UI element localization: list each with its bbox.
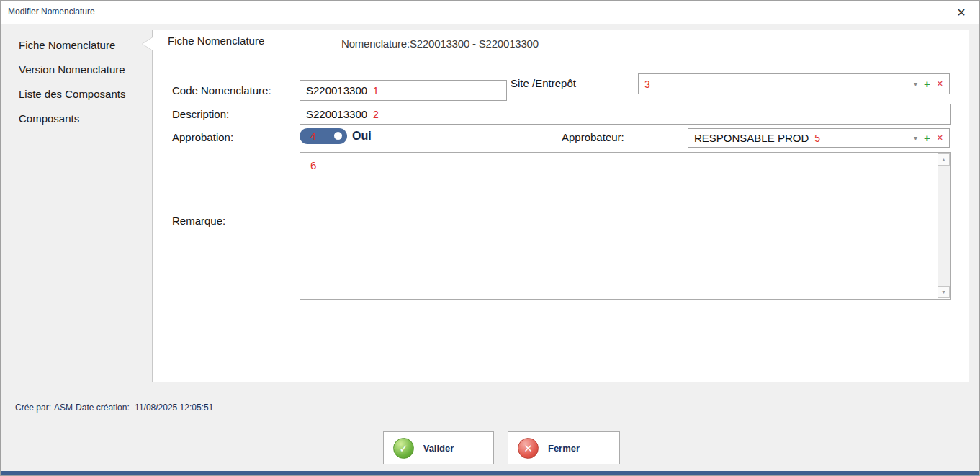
- close-icon[interactable]: ✕: [953, 4, 969, 20]
- annotation-marker-3: 3: [644, 78, 650, 90]
- date-creation-label: Date création:: [76, 403, 130, 413]
- approbation-label: Approbation:: [172, 131, 233, 143]
- description-label: Description:: [172, 108, 229, 120]
- annotation-marker-2: 2: [373, 109, 379, 120]
- annotation-marker-4: 4: [310, 130, 316, 142]
- sidebar-item-version-nomenclature[interactable]: Version Nomenclature: [1, 58, 152, 82]
- nomenclature-reference: Nomenclature:S220013300 - S220013300: [341, 37, 539, 50]
- clear-icon[interactable]: ✕: [937, 80, 943, 88]
- section-title: Fiche Nomenclature: [168, 35, 264, 47]
- approbateur-combobox[interactable]: RESPONSABLE PROD 5 ▾ + ✕: [688, 128, 950, 148]
- add-icon[interactable]: +: [924, 78, 930, 89]
- remarque-textarea[interactable]: 6 ▲ ▼: [300, 152, 951, 300]
- vertical-scrollbar[interactable]: ▲ ▼: [938, 153, 950, 298]
- site-entrepot-combobox[interactable]: 3 ▾ + ✕: [638, 73, 950, 94]
- toggle-knob: [334, 132, 342, 140]
- approbation-state-label: Oui: [352, 130, 372, 143]
- title-bar: Modifier Nomenclature ✕: [1, 1, 979, 24]
- scroll-down-icon[interactable]: ▼: [938, 286, 950, 298]
- fermer-button[interactable]: ✕ Fermer: [508, 431, 620, 464]
- fermer-button-label: Fermer: [508, 432, 619, 464]
- sidebar-item-liste-des-composants[interactable]: Liste des Composants: [1, 82, 152, 107]
- window-title: Modifier Nomenclature: [8, 6, 95, 17]
- remarque-label: Remarque:: [172, 215, 225, 227]
- valider-button-label: Valider: [384, 432, 493, 464]
- sidebar-item-fiche-nomenclature[interactable]: Fiche Nomenclature: [1, 33, 152, 58]
- code-nomenclature-input[interactable]: S220013300 1: [300, 80, 507, 101]
- created-by-value: ASM: [54, 403, 73, 413]
- annotation-marker-5: 5: [814, 133, 820, 144]
- selected-tab-notch: [143, 37, 153, 50]
- clear-icon[interactable]: ✕: [937, 134, 943, 142]
- creation-info: Crée par:ASMDate création: 11/08/2025 12…: [15, 403, 216, 413]
- window-bottom-border: [1, 471, 979, 475]
- code-nomenclature-label: Code Nomenclature:: [172, 84, 271, 96]
- sidebar-item-composants[interactable]: Composants: [1, 107, 152, 131]
- valider-button[interactable]: ✓ Valider: [383, 431, 494, 464]
- annotation-marker-6: 6: [310, 159, 316, 171]
- approbateur-value: RESPONSABLE PROD: [694, 132, 809, 144]
- approbation-toggle[interactable]: 4: [300, 128, 347, 144]
- created-by-label: Crée par:: [15, 403, 51, 413]
- date-creation-value: 11/08/2025 12:05:51: [135, 403, 213, 413]
- scroll-up-icon[interactable]: ▲: [938, 153, 950, 166]
- description-input[interactable]: S220013300 2: [300, 104, 951, 125]
- dropdown-arrow-icon[interactable]: ▾: [914, 81, 917, 88]
- site-entrepot-label: Site /Entrepôt: [511, 77, 576, 89]
- annotation-marker-1: 1: [373, 85, 379, 96]
- dropdown-arrow-icon[interactable]: ▾: [914, 135, 917, 142]
- code-nomenclature-value: S220013300: [306, 84, 367, 96]
- approbateur-label: Approbateur:: [562, 131, 624, 143]
- add-icon[interactable]: +: [924, 133, 930, 143]
- modifier-nomenclature-dialog: Modifier Nomenclature ✕ Fiche Nomenclatu…: [0, 0, 980, 476]
- description-value: S220013300: [306, 108, 367, 120]
